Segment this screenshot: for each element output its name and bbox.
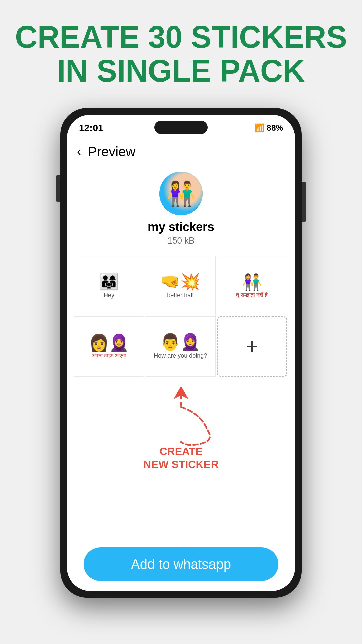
sticker-cell-5: 👨‍🧕 How are you doing? (145, 316, 216, 377)
pack-name: my stickers (148, 220, 214, 234)
status-right: 📶 88% (255, 123, 283, 133)
sticker-label-4: अपना टाइम आएगा (92, 352, 126, 359)
sticker-label-3: तू समझता नहीं है (236, 292, 267, 298)
phone-shell: 12:01 ⊙ ✿ 📶 88% ‹ Preview my stickers 15… (60, 108, 302, 598)
avatar-face (159, 172, 203, 215)
sticker-img-2: 🤜💥 (160, 274, 200, 290)
add-sticker-cell[interactable]: + (217, 316, 287, 377)
annotation-svg (114, 380, 248, 454)
notch (154, 121, 208, 134)
sticker-cell-1: 👨‍👩‍👧 Hey (74, 256, 144, 316)
sticker-cell-3: 👫 तू समझता नहीं है (217, 256, 287, 316)
pack-size: 150 kB (168, 235, 195, 246)
phone-screen: 12:01 ⊙ ✿ 📶 88% ‹ Preview my stickers 15… (67, 115, 295, 591)
screen-title: Preview (88, 144, 135, 159)
status-time: 12:01 (79, 123, 103, 133)
sticker-cell-2: 🤜💥 better half (145, 256, 216, 316)
add-sticker-plus: + (246, 336, 258, 357)
sticker-label-1: Hey (104, 292, 114, 299)
annotation-text: CREATE NEW STICKER (143, 445, 219, 471)
app-bar: ‹ Preview (67, 138, 295, 165)
wifi-icon: 📶 (255, 123, 265, 133)
sticker-label-2: better half (167, 292, 194, 299)
bottom-section: Add to whatsapp (67, 547, 295, 581)
back-button[interactable]: ‹ (77, 145, 81, 159)
sticker-img-3: 👫 (242, 274, 262, 290)
add-to-whatsapp-button[interactable]: Add to whatsapp (84, 547, 278, 581)
annotation-area: CREATE NEW STICKER (67, 380, 295, 474)
pack-info: my stickers 150 kB (67, 165, 295, 249)
sticker-grid: 👨‍👩‍👧 Hey 🤜💥 better half 👫 तू समझता नहीं… (67, 249, 295, 377)
battery-text: 88% (267, 123, 283, 133)
phone-wrapper: 12:01 ⊙ ✿ 📶 88% ‹ Preview my stickers 15… (60, 108, 302, 591)
sticker-cell-4: 👩‍🧕 अपना टाइम आएगा (74, 316, 144, 377)
headline: CREATE 30 STICKERS IN SINGLE PACK (2, 20, 360, 88)
sticker-img-4: 👩‍🧕 (89, 335, 129, 351)
sticker-img-5: 👨‍🧕 (160, 334, 200, 350)
sticker-label-5: How are you doing? (154, 352, 207, 359)
pack-avatar (159, 172, 203, 215)
sticker-img-1: 👨‍👩‍👧 (99, 274, 119, 290)
